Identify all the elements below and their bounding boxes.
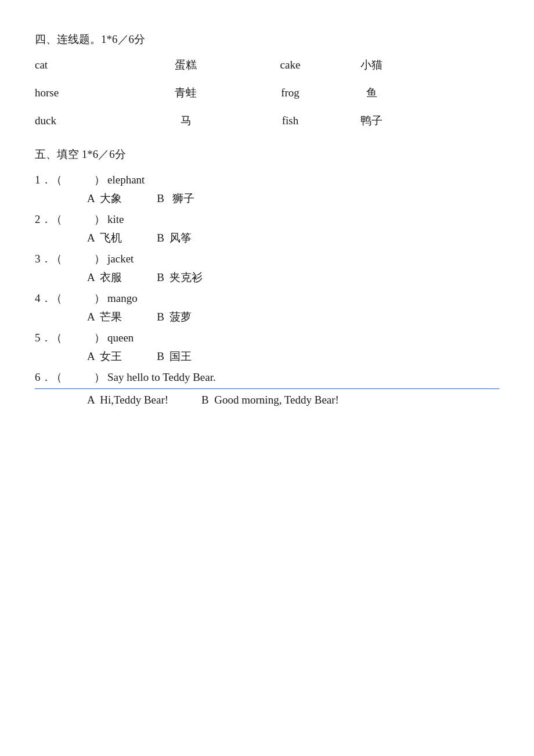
fill-item-5: 5． （ ） queen A 女王 B 国王 [35, 330, 499, 364]
fill-number-4: 4． [35, 291, 51, 306]
match-col3-3: fish [244, 114, 337, 127]
fill-item-3: 3． （ ） jacket A 衣服 B 夹克衫 [35, 251, 499, 285]
section-4-title: 四、连线题。1*6／6分 [35, 32, 499, 47]
fill-word-1: elephant [107, 174, 145, 186]
option-b-1: B 狮子 [157, 191, 194, 206]
match-col4-3: 鸭子 [337, 113, 406, 128]
fill-word-5: queen [107, 332, 134, 344]
fill-word-6: Say hello to Teddy Bear. [107, 371, 216, 384]
fill-number-6: 6． [35, 370, 51, 385]
fill-question-4: 4． （ ） mango [35, 291, 499, 306]
match-col3-2: frog [244, 87, 337, 99]
fill-question-3: 3． （ ） jacket [35, 251, 499, 267]
option-a-5: A 女王 [87, 349, 122, 364]
fill-paren-open-4: （ ） [51, 291, 105, 306]
matching-row-3: duck 马 fish 鸭子 [35, 113, 499, 128]
fill-blank-1[interactable] [62, 174, 94, 186]
fill-blank-4[interactable] [62, 292, 94, 305]
match-col2-1: 蛋糕 [128, 57, 244, 73]
fill-options-3: A 衣服 B 夹克衫 [87, 270, 499, 285]
option-b-5: B 国王 [157, 349, 192, 364]
option-a-1: A 大象 [87, 191, 122, 206]
fill-question-6: 6． （ ） Say hello to Teddy Bear. [35, 370, 499, 385]
option-a-2: A 飞机 [87, 231, 122, 246]
match-col2-3: 马 [128, 113, 244, 128]
fill-item-6: 6． （ ） Say hello to Teddy Bear. A Hi,Ted… [35, 370, 499, 406]
fill-question-1: 1． （ ） elephant [35, 172, 499, 188]
fill-paren-open-1: （ ） [51, 172, 105, 188]
match-col2-2: 青蛙 [128, 85, 244, 100]
fill-blank-2[interactable] [62, 213, 94, 226]
fill-blank-6[interactable] [62, 371, 94, 384]
section-divider [35, 388, 499, 389]
fill-options-6: A Hi,Teddy Bear! B Good morning, Teddy B… [87, 394, 499, 406]
fill-word-2: kite [107, 213, 124, 226]
fill-number-1: 1． [35, 172, 51, 188]
fill-options-4: A 芒果 B 菠萝 [87, 309, 499, 325]
section-5: 五、填空 1*6／6分 1． （ ） elephant A 大象 B 狮子 2． [35, 147, 499, 406]
fill-item-1: 1． （ ） elephant A 大象 B 狮子 [35, 172, 499, 206]
fill-options-5: A 女王 B 国王 [87, 349, 499, 364]
fill-item-4: 4． （ ） mango A 芒果 B 菠萝 [35, 291, 499, 325]
section-5-title: 五、填空 1*6／6分 [35, 147, 499, 162]
fill-number-5: 5． [35, 330, 51, 345]
fill-paren-open-5: （ ） [51, 330, 105, 345]
option-a-4: A 芒果 [87, 309, 122, 325]
match-col1-2: horse [35, 87, 128, 99]
fill-question-5: 5． （ ） queen [35, 330, 499, 345]
matching-row-1: cat 蛋糕 cake 小猫 [35, 57, 499, 73]
match-col3-1: cake [244, 59, 337, 71]
option-b-4: B 菠萝 [157, 309, 192, 325]
fill-paren-open-2: （ ） [51, 212, 105, 227]
fill-word-3: jacket [107, 253, 134, 265]
match-col1-3: duck [35, 114, 128, 127]
fill-options-1: A 大象 B 狮子 [87, 191, 499, 206]
option-b-3: B 夹克衫 [157, 270, 203, 285]
match-col4-1: 小猫 [337, 57, 406, 73]
matching-row-2: horse 青蛙 frog 鱼 [35, 85, 499, 100]
fill-blank-3[interactable] [62, 253, 94, 265]
section-4: 四、连线题。1*6／6分 cat 蛋糕 cake 小猫 horse 青蛙 fro… [35, 32, 499, 128]
match-col4-2: 鱼 [337, 85, 406, 100]
fill-number-2: 2． [35, 212, 51, 227]
fill-blank-5[interactable] [62, 332, 94, 344]
fill-question-2: 2． （ ） kite [35, 212, 499, 227]
fill-paren-open-6: （ ） [51, 370, 105, 385]
option-b-2: B 风筝 [157, 231, 192, 246]
fill-item-2: 2． （ ） kite A 飞机 B 风筝 [35, 212, 499, 246]
match-col1-1: cat [35, 59, 128, 71]
fill-options-2: A 飞机 B 风筝 [87, 231, 499, 246]
fill-paren-open-3: （ ） [51, 251, 105, 267]
fill-number-3: 3． [35, 251, 51, 267]
fill-word-4: mango [107, 292, 138, 305]
option-a-3: A 衣服 [87, 270, 122, 285]
